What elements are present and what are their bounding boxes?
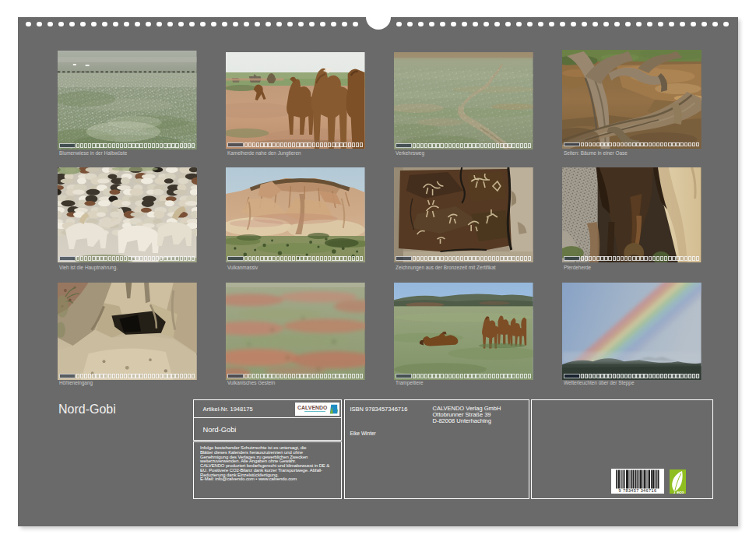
svg-text:eco: eco xyxy=(677,489,684,494)
